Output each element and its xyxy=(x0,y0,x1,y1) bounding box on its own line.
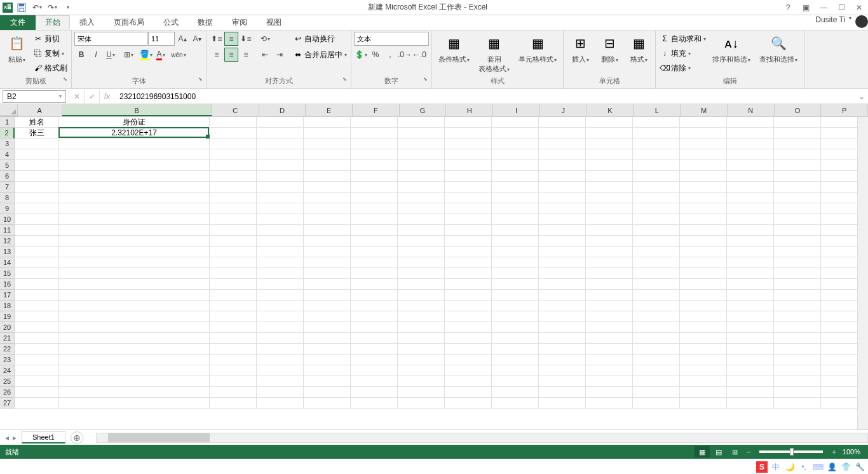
cell[interactable] xyxy=(59,301,210,311)
user-avatar[interactable] xyxy=(855,15,868,28)
cell[interactable] xyxy=(633,322,680,333)
cell[interactable] xyxy=(539,322,586,333)
format-cells-button[interactable]: ▦格式▾ xyxy=(625,32,653,65)
cell[interactable] xyxy=(445,268,492,279)
row-header[interactable]: 16 xyxy=(0,279,15,290)
cell[interactable] xyxy=(304,182,351,193)
cell[interactable] xyxy=(680,322,727,333)
formula-input[interactable] xyxy=(114,90,855,103)
cell[interactable] xyxy=(680,290,727,301)
cell[interactable] xyxy=(774,257,821,268)
cell[interactable] xyxy=(398,257,445,268)
number-format-select[interactable] xyxy=(354,32,429,46)
cell[interactable] xyxy=(257,290,304,301)
cell[interactable] xyxy=(633,301,680,311)
zoom-level[interactable]: 100% xyxy=(840,448,863,456)
cell[interactable] xyxy=(445,376,492,387)
cell[interactable] xyxy=(445,365,492,376)
cell[interactable] xyxy=(59,344,210,355)
column-header[interactable]: B xyxy=(62,104,212,116)
cell[interactable] xyxy=(351,268,398,279)
row-header[interactable]: 2 xyxy=(0,128,15,139)
insert-cells-button[interactable]: ⊞插入▾ xyxy=(566,32,594,65)
cell[interactable] xyxy=(539,182,586,193)
cell[interactable] xyxy=(539,171,586,182)
cell[interactable] xyxy=(304,128,351,139)
cell[interactable] xyxy=(59,160,210,171)
cell[interactable] xyxy=(727,214,774,225)
cell[interactable] xyxy=(257,203,304,214)
tab-home[interactable]: 开始 xyxy=(36,15,70,30)
cell[interactable] xyxy=(586,247,633,257)
cell[interactable] xyxy=(15,279,59,290)
cell[interactable] xyxy=(539,376,586,387)
cell[interactable] xyxy=(351,128,398,139)
cell[interactable] xyxy=(492,236,539,247)
cell[interactable] xyxy=(727,171,774,182)
cell[interactable] xyxy=(59,225,210,236)
cell[interactable] xyxy=(633,398,680,409)
cell[interactable] xyxy=(445,171,492,182)
cell[interactable] xyxy=(351,301,398,311)
cell[interactable] xyxy=(727,149,774,160)
cell[interactable] xyxy=(586,117,633,128)
cell[interactable] xyxy=(15,214,59,225)
cell[interactable] xyxy=(633,257,680,268)
cell[interactable] xyxy=(539,333,586,344)
cell[interactable] xyxy=(680,398,727,409)
cell[interactable] xyxy=(257,128,304,139)
cell[interactable] xyxy=(586,139,633,149)
cell[interactable] xyxy=(680,117,727,128)
cell[interactable] xyxy=(680,171,727,182)
cell[interactable] xyxy=(59,214,210,225)
cell[interactable] xyxy=(445,247,492,257)
cell[interactable] xyxy=(304,268,351,279)
cell[interactable] xyxy=(257,376,304,387)
cell[interactable] xyxy=(398,214,445,225)
cell[interactable] xyxy=(15,344,59,355)
cell[interactable] xyxy=(539,387,586,398)
cell[interactable] xyxy=(774,344,821,355)
cell[interactable] xyxy=(680,355,727,365)
cell[interactable] xyxy=(59,311,210,322)
cell[interactable] xyxy=(539,301,586,311)
cell[interactable] xyxy=(304,301,351,311)
zoom-out-button[interactable]: − xyxy=(743,448,754,456)
row-header[interactable]: 24 xyxy=(0,365,15,376)
zoom-slider[interactable] xyxy=(759,450,823,453)
cell[interactable] xyxy=(586,301,633,311)
merge-center-button[interactable]: ⬌合并后居中▾ xyxy=(292,48,348,62)
orientation-button[interactable]: ⟲▾ xyxy=(258,32,272,46)
cell[interactable] xyxy=(727,290,774,301)
border-button[interactable]: ⊞▾ xyxy=(121,48,135,62)
cell[interactable] xyxy=(398,139,445,149)
cell[interactable] xyxy=(774,301,821,311)
cell[interactable] xyxy=(492,398,539,409)
cell[interactable] xyxy=(59,203,210,214)
cell[interactable] xyxy=(210,376,257,387)
cell[interactable] xyxy=(15,333,59,344)
cell[interactable] xyxy=(586,365,633,376)
column-header[interactable]: D xyxy=(259,104,306,116)
cell[interactable] xyxy=(210,311,257,322)
row-header[interactable]: 6 xyxy=(0,171,15,182)
cell[interactable] xyxy=(210,279,257,290)
cell[interactable] xyxy=(257,279,304,290)
sort-filter-button[interactable]: ᴀ↓排序和筛选▾ xyxy=(709,32,754,65)
cell[interactable] xyxy=(586,182,633,193)
cell[interactable] xyxy=(398,398,445,409)
cell[interactable] xyxy=(774,225,821,236)
decrease-font-button[interactable]: A▾ xyxy=(190,32,204,46)
cell[interactable] xyxy=(586,344,633,355)
cell[interactable] xyxy=(492,160,539,171)
cell[interactable] xyxy=(633,139,680,149)
cell[interactable] xyxy=(586,279,633,290)
cell[interactable] xyxy=(59,139,210,149)
normal-view-button[interactable]: ▦ xyxy=(695,446,710,457)
cell[interactable] xyxy=(15,311,59,322)
cell[interactable] xyxy=(398,247,445,257)
maximize-button[interactable]: ☐ xyxy=(835,1,848,14)
cell[interactable] xyxy=(210,225,257,236)
cell[interactable] xyxy=(539,311,586,322)
punct-icon[interactable]: •, xyxy=(798,461,810,473)
